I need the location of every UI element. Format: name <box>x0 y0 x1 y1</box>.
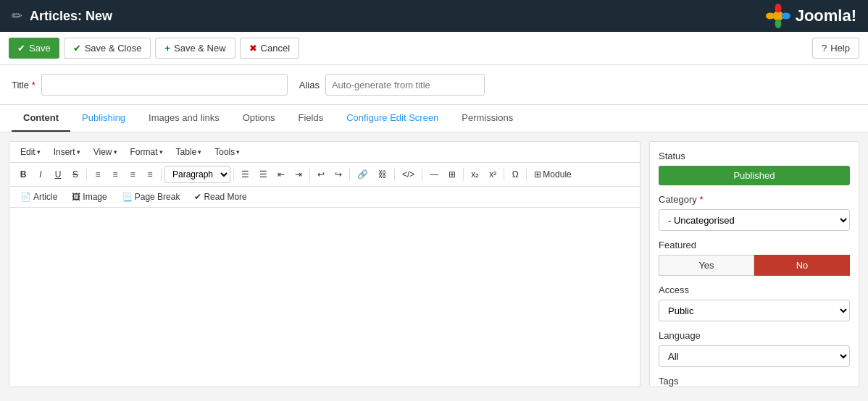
read-more-label: Read More <box>204 192 246 202</box>
page-break-button[interactable]: 📃 Page Break <box>117 190 185 204</box>
joomla-logo-icon <box>765 3 791 29</box>
tools-menu[interactable]: Tools <box>209 145 245 159</box>
alias-label: Alias <box>299 80 320 90</box>
save-new-button[interactable]: + Save & New <box>155 38 235 59</box>
code-button[interactable]: </> <box>398 167 419 182</box>
language-section: Language All <box>659 330 850 367</box>
featured-no-button[interactable]: No <box>754 255 850 276</box>
cancel-label: Cancel <box>261 43 290 54</box>
title-input[interactable] <box>41 74 288 96</box>
language-select[interactable]: All <box>659 345 850 367</box>
hr-button[interactable]: — <box>425 167 443 182</box>
tab-fields[interactable]: Fields <box>286 105 335 132</box>
save-button[interactable]: ✔ Save <box>9 38 59 59</box>
format-menu[interactable]: Format <box>125 145 168 159</box>
help-label: Help <box>830 43 850 54</box>
featured-label: Featured <box>659 240 850 250</box>
module-button[interactable]: ⊞ Module <box>530 167 575 182</box>
view-menu[interactable]: View <box>88 145 122 159</box>
separator-1 <box>86 168 87 181</box>
save-close-button[interactable]: ✔ Save & Close <box>64 38 151 59</box>
editor-body[interactable] <box>9 208 640 387</box>
format-select[interactable]: Paragraph Heading 1 Heading 2 <box>164 166 230 183</box>
module-icon: ⊞ <box>534 169 541 180</box>
tags-section: Tags <box>659 376 850 387</box>
main-content: Edit Insert View Format Table Tools B I … <box>0 132 868 396</box>
language-label: Language <box>659 330 850 341</box>
alias-input[interactable] <box>325 74 485 96</box>
unlink-button[interactable]: ⛓ <box>374 167 391 182</box>
table-menu[interactable]: Table <box>171 145 207 159</box>
tabs: Content Publishing Images and links Opti… <box>0 105 868 132</box>
form-area: Title * Alias <box>0 65 868 105</box>
image-icon: 🖼 <box>72 192 80 202</box>
separator-4 <box>309 168 310 181</box>
superscript-button[interactable]: x² <box>485 167 501 182</box>
bold-button[interactable]: B <box>15 167 31 182</box>
tab-content[interactable]: Content <box>12 105 70 132</box>
separator-10 <box>526 168 527 181</box>
module-label: Module <box>543 169 571 180</box>
strikethrough-button[interactable]: S <box>67 167 83 182</box>
svg-point-2 <box>781 13 790 20</box>
help-icon: ? <box>822 43 827 54</box>
right-panel: Status Published Category * - Uncategori… <box>649 141 859 387</box>
read-more-icon: ✔ <box>194 192 201 202</box>
justify-button[interactable]: ≡ <box>142 167 158 182</box>
access-select[interactable]: Public <box>659 300 850 321</box>
category-select[interactable]: - Uncategorised <box>659 209 850 231</box>
redo-button[interactable]: ↪ <box>330 167 346 182</box>
alias-group: Alias <box>299 74 485 96</box>
special-chars-button[interactable]: Ω <box>507 167 523 182</box>
access-section: Access Public <box>659 284 850 321</box>
read-more-button[interactable]: ✔ Read More <box>189 190 251 204</box>
joomla-logo: Joomla! <box>765 3 856 29</box>
table-insert-button[interactable]: ⊞ <box>444 167 460 182</box>
save-close-label: Save & Close <box>85 43 142 54</box>
save-close-icon: ✔ <box>73 43 81 54</box>
link-button[interactable]: 🔗 <box>353 167 372 182</box>
featured-section: Featured Yes No <box>659 240 850 276</box>
access-label: Access <box>659 284 850 295</box>
unordered-list-button[interactable]: ☰ <box>237 167 254 182</box>
insert-menu[interactable]: Insert <box>49 145 85 159</box>
save-new-icon: + <box>164 43 170 54</box>
cancel-icon: ✖ <box>249 43 257 54</box>
subscript-button[interactable]: x₂ <box>467 167 483 182</box>
toolbar-buttons: ✔ Save ✔ Save & Close + Save & New ✖ Can… <box>9 38 299 59</box>
save-icon: ✔ <box>17 43 25 54</box>
save-label: Save <box>29 43 51 54</box>
image-insert-button[interactable]: 🖼 Image <box>67 190 112 204</box>
page-break-label: Page Break <box>135 192 180 202</box>
separator-9 <box>504 168 504 181</box>
tab-images-links[interactable]: Images and links <box>137 105 231 132</box>
featured-group: Yes No <box>659 255 850 276</box>
edit-icon: ✏ <box>12 8 22 24</box>
underline-button[interactable]: U <box>50 167 66 182</box>
tab-publishing[interactable]: Publishing <box>70 105 137 132</box>
image-label: Image <box>83 192 107 202</box>
page-break-icon: 📃 <box>122 192 133 202</box>
featured-yes-button[interactable]: Yes <box>659 255 754 276</box>
help-button[interactable]: ? Help <box>812 38 859 59</box>
tab-options[interactable]: Options <box>231 105 287 132</box>
joomla-logo-text: Joomla! <box>796 7 856 25</box>
tab-permissions[interactable]: Permissions <box>450 105 525 132</box>
align-center-button[interactable]: ≡ <box>107 167 123 182</box>
ordered-list-button[interactable]: ☰ <box>255 167 272 182</box>
tab-configure-edit-screen[interactable]: Configure Edit Screen <box>335 105 450 132</box>
indent-button[interactable]: ⇥ <box>291 167 306 182</box>
undo-button[interactable]: ↩ <box>313 167 329 182</box>
align-right-button[interactable]: ≡ <box>125 167 141 182</box>
align-left-button[interactable]: ≡ <box>90 167 106 182</box>
cancel-button[interactable]: ✖ Cancel <box>240 38 299 59</box>
outdent-button[interactable]: ⇤ <box>273 167 289 182</box>
italic-button[interactable]: I <box>33 167 49 182</box>
separator-6 <box>394 168 395 181</box>
save-new-label: Save & New <box>174 43 226 54</box>
title-required: * <box>32 80 36 90</box>
status-button[interactable]: Published <box>659 166 850 185</box>
article-insert-button[interactable]: 📄 Article <box>15 190 62 204</box>
page-title: Articles: New <box>30 9 112 24</box>
edit-menu[interactable]: Edit <box>15 145 46 159</box>
